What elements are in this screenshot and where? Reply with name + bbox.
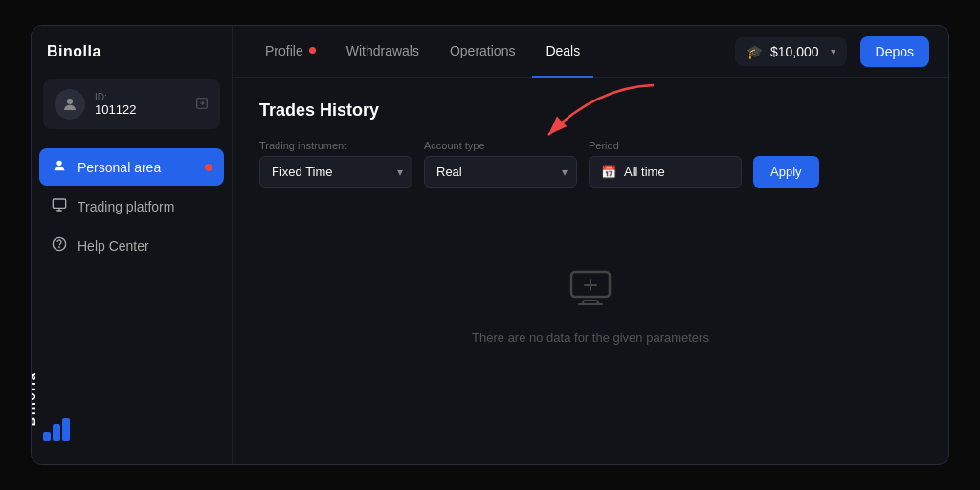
trading-instrument-label: Trading instrument [259,140,412,151]
svg-point-5 [59,247,60,248]
sidebar-nav: Personal area Trading platform [32,148,232,264]
account-type-select[interactable]: Real Demo [424,156,577,188]
user-card-export-icon[interactable] [195,97,209,113]
calendar-icon: 📅 [601,165,616,179]
trading-instrument-filter: Trading instrument Fixed Time Forex Cryp… [259,140,412,188]
balance-widget[interactable]: 🎓 $10,000 ▾ [735,37,847,66]
brand-vertical: Binolla [31,371,38,426]
account-type-filter: Account type Real Demo [424,140,577,188]
user-id-label: ID: [95,92,186,102]
tab-operations-label: Operations [450,43,515,58]
account-type-label: Account type [424,140,577,151]
svg-rect-3 [53,199,65,208]
brand-logo [43,414,78,445]
tab-withdrawals[interactable]: Withdrawals [333,26,433,78]
tab-operations[interactable]: Operations [436,26,528,78]
svg-point-2 [56,161,61,166]
apply-button[interactable]: Apply [753,156,819,188]
top-nav: Profile Withdrawals Operations Deals 🎓 $… [233,26,948,78]
balance-chevron: ▾ [831,46,835,56]
personal-area-icon [51,158,68,176]
balance-icon: 🎓 [746,44,763,59]
main-content: Profile Withdrawals Operations Deals 🎓 $… [233,26,948,464]
tab-deals[interactable]: Deals [532,26,593,78]
user-card: ID: 101122 [43,79,220,129]
svg-rect-8 [62,418,70,441]
nav-badge [205,164,212,171]
trading-instrument-select[interactable]: Fixed Time Forex Crypto [259,156,412,188]
tab-profile-label: Profile [265,43,303,58]
sidebar-item-label: Trading platform [78,199,174,214]
period-value: All time [624,165,665,179]
section-title: Trades History [259,100,922,121]
sidebar-item-help-center[interactable]: Help Center [39,227,224,264]
empty-text: There are no data for the given paramete… [472,330,709,345]
profile-dot [309,47,316,54]
user-id: 101122 [95,102,186,117]
content-area: Trades History Trading instrument Fixed … [233,78,948,464]
filters-row: Trading instrument Fixed Time Forex Cryp… [259,140,922,188]
tab-withdrawals-label: Withdrawals [346,43,419,58]
brand-name: Binolla [32,26,232,72]
deposit-button[interactable]: Depos [860,36,929,67]
empty-state: There are no data for the given paramete… [259,216,922,392]
sidebar: Binolla ID: 101122 [32,26,233,464]
period-input[interactable]: 📅 All time [589,156,742,188]
sidebar-item-personal-area[interactable]: Personal area [39,148,224,186]
balance-amount: $10,000 [770,44,819,59]
empty-icon [568,264,613,319]
account-type-select-wrapper: Real Demo [424,156,577,188]
sidebar-item-trading-platform[interactable]: Trading platform [39,188,224,225]
tab-profile[interactable]: Profile [252,26,329,78]
trading-instrument-select-wrapper: Fixed Time Forex Crypto [259,156,412,188]
period-label: Period [589,140,742,151]
tab-deals-label: Deals [546,43,580,58]
sidebar-item-label: Personal area [78,160,161,175]
period-filter: Period 📅 All time [589,140,742,188]
trading-platform-icon [51,197,68,215]
help-center-icon [51,236,68,255]
avatar [55,89,85,120]
user-info: ID: 101122 [95,92,186,117]
sidebar-item-label: Help Center [78,238,149,254]
svg-rect-7 [53,424,60,441]
app-container: Binolla ID: 101122 [31,25,949,465]
svg-rect-6 [43,432,51,441]
svg-point-0 [67,99,73,104]
